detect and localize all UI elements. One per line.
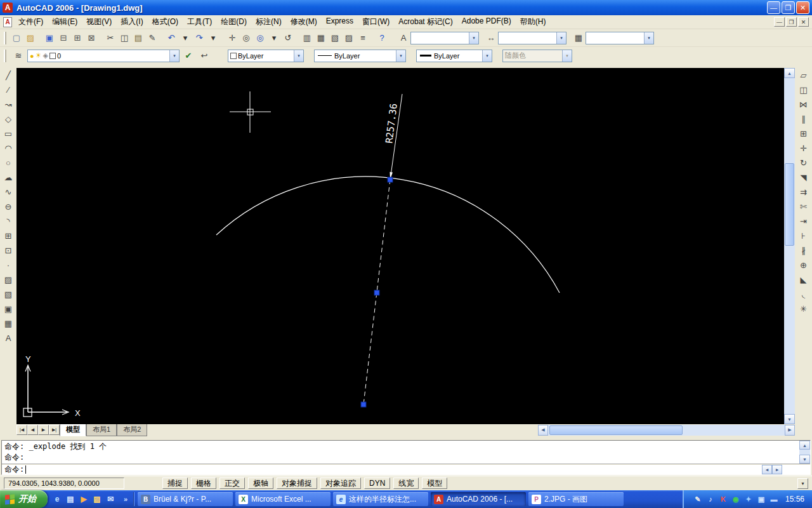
make-block-tool[interactable]: ⊡ xyxy=(1,243,15,257)
layer-lock-icon[interactable]: ◈ xyxy=(43,51,48,60)
menu-item[interactable]: 编辑(E) xyxy=(48,15,82,29)
scroll-right-icon[interactable]: ▶ xyxy=(772,465,782,474)
tab-previous-button[interactable]: ◀ xyxy=(27,425,38,435)
menu-item[interactable]: 格式(O) xyxy=(148,15,183,29)
undo-dropdown[interactable]: ▾ xyxy=(178,31,192,45)
status-menu-button[interactable]: ▾ xyxy=(797,478,808,489)
spline-tool[interactable]: ∿ xyxy=(1,185,15,199)
polygon-tool[interactable]: ◇ xyxy=(1,112,15,126)
tray-kingsoft-icon[interactable]: K xyxy=(718,494,728,504)
rotate-tool[interactable]: ↻ xyxy=(797,156,811,170)
sheet-set-manager-button[interactable]: ▨ xyxy=(342,31,356,45)
copy-tool[interactable]: ◫ xyxy=(797,83,811,97)
task-button-excel[interactable]: X Microsoft Excel ... xyxy=(235,492,331,506)
toggle-snap[interactable]: 捕捉 xyxy=(162,478,188,489)
circle-tool[interactable]: ○ xyxy=(1,156,15,170)
designcenter-button[interactable]: ▦ xyxy=(314,31,328,45)
ellipse-arc-tool[interactable]: ◝ xyxy=(1,214,15,228)
chevron-down-icon[interactable]: ▾ xyxy=(294,50,303,62)
drawing-canvas[interactable]: R257.36 Y X xyxy=(16,68,784,424)
command-input-line[interactable]: 命令: ◀ ▶ xyxy=(2,465,810,474)
scroll-left-icon[interactable]: ◀ xyxy=(762,465,772,474)
tab-layout1[interactable]: 布局1 xyxy=(86,424,117,436)
menu-item[interactable]: 绘图(D) xyxy=(216,15,251,29)
task-button-autocad[interactable]: A AutoCAD 2006 - [... xyxy=(431,492,526,506)
save-button[interactable]: ▣ xyxy=(43,31,56,45)
toggle-osnap[interactable]: 对象捕捉 xyxy=(277,478,317,489)
chevron-down-icon[interactable]: ▾ xyxy=(396,50,405,62)
task-button-paint[interactable]: P 2.JPG - 画图 xyxy=(528,492,624,506)
toggle-polar[interactable]: 极轴 xyxy=(248,478,273,489)
chevron-down-icon[interactable]: ▾ xyxy=(469,32,478,44)
cut-button[interactable]: ✂ xyxy=(103,31,117,45)
tab-model[interactable]: 模型 xyxy=(60,424,86,436)
arc-tool[interactable]: ◠ xyxy=(1,141,15,155)
polyline-tool[interactable]: ↝ xyxy=(1,97,15,111)
menu-item[interactable]: Express xyxy=(322,15,358,29)
pan-button[interactable]: ✛ xyxy=(225,31,239,45)
zoom-previous-button[interactable]: ↺ xyxy=(281,31,295,45)
toolbar-grip[interactable] xyxy=(4,50,6,62)
plot-button[interactable]: ⊟ xyxy=(56,31,70,45)
mdi-restore-button[interactable]: ❐ xyxy=(786,17,797,27)
zoom-realtime-button[interactable]: ◎ xyxy=(239,31,253,45)
scale-tool[interactable]: ◥ xyxy=(797,170,811,184)
line-tool[interactable]: ╱ xyxy=(1,68,15,82)
toggle-model-space[interactable]: 模型 xyxy=(422,478,447,489)
quicklaunch-ie-icon[interactable]: e xyxy=(51,493,63,505)
horizontal-scrollbar[interactable]: ◀ ▶ xyxy=(538,425,795,436)
ellipse-tool[interactable]: ⊖ xyxy=(1,199,15,213)
restore-button[interactable]: ❐ xyxy=(782,1,795,14)
quicklaunch-mail-icon[interactable]: ✉ xyxy=(105,493,116,505)
vertical-scrollbar-thumb[interactable] xyxy=(785,163,794,246)
vertical-scrollbar[interactable]: ▲ ▼ xyxy=(784,68,795,424)
properties-button[interactable]: ▥ xyxy=(300,31,314,45)
break-at-point-tool[interactable]: ⊦ xyxy=(797,229,811,243)
tray-network-icon[interactable]: ▬ xyxy=(769,494,779,504)
minimize-button[interactable]: — xyxy=(767,1,780,14)
table-style-button[interactable]: ▦ xyxy=(572,31,586,45)
tab-next-button[interactable]: ▶ xyxy=(38,425,49,435)
menu-item[interactable]: 帮助(H) xyxy=(516,15,551,29)
menu-item[interactable]: 视图(V) xyxy=(82,15,116,29)
horizontal-scrollbar-thumb[interactable] xyxy=(549,425,683,435)
join-tool[interactable]: ⊕ xyxy=(797,258,811,272)
tray-shield-icon[interactable]: ◉ xyxy=(731,494,741,504)
move-tool[interactable]: ✛ xyxy=(797,141,811,155)
task-button-browser[interactable]: e 这样的半径标注怎... xyxy=(333,492,428,506)
revcloud-tool[interactable]: ☁ xyxy=(1,170,15,184)
quicklaunch-folder-icon[interactable]: ▨ xyxy=(91,493,103,505)
drawing-document-icon[interactable]: A xyxy=(3,17,12,27)
toggle-dyn[interactable]: DYN xyxy=(364,478,390,489)
tray-volume-icon[interactable]: ♪ xyxy=(705,494,716,504)
redo-button[interactable]: ↷ xyxy=(192,31,206,45)
menu-item[interactable]: Adobe PDF(B) xyxy=(457,15,516,29)
mirror-tool[interactable]: ⋈ xyxy=(797,97,811,111)
chevron-down-icon[interactable]: ▾ xyxy=(482,50,492,62)
publish-button[interactable]: ⊠ xyxy=(84,31,98,45)
arc-geometry[interactable] xyxy=(216,177,560,293)
quicklaunch-overflow-chevron[interactable]: » xyxy=(120,493,131,505)
menu-item[interactable]: 窗口(W) xyxy=(358,15,394,29)
scroll-up-icon[interactable]: ▲ xyxy=(799,441,810,450)
table-tool[interactable]: ▦ xyxy=(1,316,15,330)
match-properties-button[interactable]: ✎ xyxy=(145,31,159,45)
offset-tool[interactable]: ∥ xyxy=(797,112,811,126)
layer-previous-button[interactable]: ↩ xyxy=(197,49,211,63)
paste-button[interactable]: ▤ xyxy=(131,31,145,45)
extend-tool[interactable]: ⇥ xyxy=(797,214,811,228)
menu-item[interactable]: 标注(N) xyxy=(251,15,286,29)
stretch-tool[interactable]: ⇉ xyxy=(797,185,811,199)
chamfer-tool[interactable]: ◣ xyxy=(797,272,811,286)
rectangle-tool[interactable]: ▭ xyxy=(1,126,15,140)
tray-msn-icon[interactable]: ✦ xyxy=(743,494,754,504)
command-scrollbar[interactable]: ▲ ▼ xyxy=(799,441,810,464)
fillet-tool[interactable]: ◟ xyxy=(797,287,811,301)
layer-properties-manager-button[interactable]: ≋ xyxy=(11,49,25,63)
scroll-down-icon[interactable]: ▼ xyxy=(784,414,795,424)
chevron-down-icon[interactable]: ▾ xyxy=(556,32,566,44)
mdi-close-button[interactable]: ✕ xyxy=(798,17,809,27)
task-button-bruel-kjaer[interactable]: B Brüel & Kj?r - P... xyxy=(138,492,233,506)
toggle-ortho[interactable]: 正交 xyxy=(219,478,245,489)
dim-style-combo[interactable]: ▾ xyxy=(498,32,566,44)
